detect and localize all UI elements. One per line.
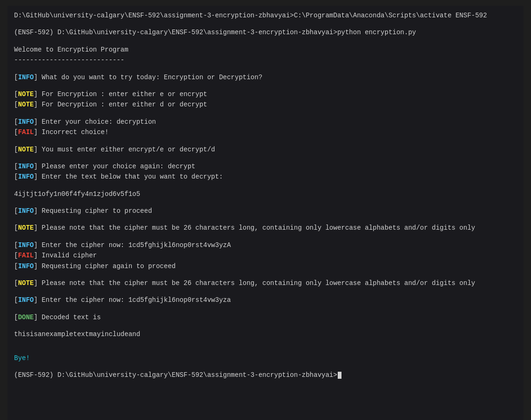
welcome: Welcome to Encryption Program — [14, 45, 517, 55]
spacer-line — [14, 138, 517, 144]
spacer-line — [14, 233, 517, 240]
note4: [NOTE] Please note that the cipher must … — [14, 223, 517, 233]
done1: [DONE] Decoded text is — [14, 312, 517, 322]
spacer-line — [14, 66, 517, 72]
spacer-line — [14, 199, 517, 206]
tag-info: INFO — [18, 118, 34, 126]
terminal-cursor — [338, 372, 341, 379]
tag-note: NOTE — [18, 101, 34, 108]
spacer-line — [14, 271, 517, 278]
info4: [INFO] Enter the text below that you wan… — [14, 172, 517, 182]
info3: [INFO] Please enter your choice again: d… — [14, 161, 517, 172]
tag-info: INFO — [18, 262, 34, 270]
tag-note: NOTE — [18, 146, 34, 153]
spacer-line — [14, 216, 517, 223]
info5: [INFO] Requesting cipher to proceed — [14, 206, 517, 216]
spacer-line — [14, 346, 517, 353]
spacer-line — [14, 38, 517, 45]
note1: [NOTE] For Encryption : enter either e o… — [14, 89, 517, 99]
info1: [INFO] What do you want to try today: En… — [14, 72, 517, 82]
tag-done: DONE — [18, 314, 34, 321]
tag-info: INFO — [18, 296, 34, 304]
tag-info: INFO — [18, 163, 34, 170]
terminal-window: D:\GitHub\university-calgary\ENSF-592\as… — [8, 6, 523, 420]
info2: [INFO] Enter your choice: decryption — [14, 117, 517, 127]
tag-info: INFO — [18, 241, 34, 249]
cipher-input: 4ijtjt1ofy1n06f4fy4n1zjod6v5f1o5 — [14, 189, 517, 199]
run-command: (ENSF-592) D:\GitHub\university-calgary\… — [14, 27, 517, 38]
tag-info: INFO — [18, 74, 34, 81]
fail2: [FAIL] Invalid cipher — [14, 250, 517, 261]
tag-info: INFO — [18, 207, 34, 215]
divider: ---------------------------- — [14, 55, 517, 65]
path-line: D:\GitHub\university-calgary\ENSF-592\as… — [14, 10, 517, 21]
spacer-line — [14, 363, 517, 370]
spacer-line — [14, 110, 517, 117]
info7: [INFO] Requesting cipher again to procee… — [14, 261, 517, 271]
note3: [NOTE] You must enter either encrypt/e o… — [14, 144, 517, 155]
spacer-line — [14, 155, 517, 161]
tag-note: NOTE — [18, 224, 34, 232]
spacer-line — [14, 322, 517, 329]
tag-fail: FAIL — [18, 128, 34, 136]
decoded-text: thisisanexampletextmayincludeand — [14, 329, 517, 339]
tag-note: NOTE — [18, 90, 34, 98]
info6: [INFO] Enter the cipher now: 1cd5fghijkl… — [14, 240, 517, 250]
spacer-line — [14, 21, 517, 27]
info8: [INFO] Enter the cipher now: 1cd5fghijkl… — [14, 295, 517, 305]
bye-line: Bye! — [14, 353, 517, 363]
note2: [NOTE] For Decryption : enter either d o… — [14, 99, 517, 110]
terminal-content: D:\GitHub\university-calgary\ENSF-592\as… — [14, 10, 517, 380]
tag-fail: FAIL — [18, 252, 34, 259]
spacer-line — [14, 288, 517, 295]
note5: [NOTE] Please note that the cipher must … — [14, 278, 517, 288]
final-prompt-line: (ENSF-592) D:\GitHub\university-calgary\… — [14, 370, 517, 380]
tag-note: NOTE — [18, 279, 34, 287]
tag-info: INFO — [18, 173, 34, 180]
spacer-line — [14, 82, 517, 89]
spacer-line — [14, 182, 517, 189]
fail1: [FAIL] Incorrect choice! — [14, 127, 517, 137]
spacer-line — [14, 306, 517, 312]
spacer-line — [14, 340, 517, 346]
